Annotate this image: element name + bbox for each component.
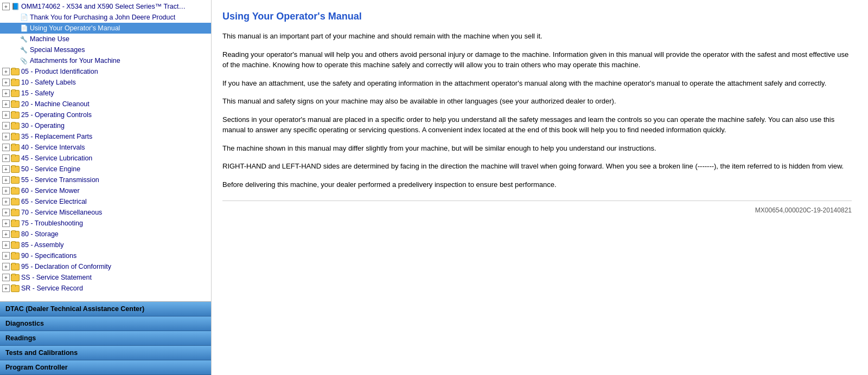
content-para-3: This manual and safety signs on your mac… xyxy=(222,96,852,107)
tree-label-50: 50 - Service Engine xyxy=(21,165,80,173)
bottom-btn-dtac[interactable]: DTAC (Dealer Technical Assistance Center… xyxy=(0,302,211,316)
bottom-btn-tests[interactable]: Tests and Calibrations xyxy=(0,346,211,360)
tree-toggle-40[interactable]: + xyxy=(2,144,10,151)
tree-item-35[interactable]: +35 - Replacement Parts xyxy=(0,131,211,142)
folder-icon xyxy=(11,284,20,293)
tree-toggle-65[interactable]: + xyxy=(2,198,10,205)
tree-item-using-manual[interactable]: Using Your Operator's Manual xyxy=(0,23,211,34)
tree-toggle-25[interactable]: + xyxy=(2,111,10,119)
tree-item-root[interactable]: +OMM174062 - X534 and X590 Select Series… xyxy=(0,1,211,12)
tree-toggle-SS[interactable]: + xyxy=(2,274,10,281)
tree-label-95: 95 - Declaration of Conformity xyxy=(21,263,111,270)
content-area: Using Your Operator's Manual This manual… xyxy=(212,0,868,375)
tree-item-70[interactable]: +70 - Service Miscellaneous xyxy=(0,207,211,218)
tree-area[interactable]: +OMM174062 - X534 and X590 Select Series… xyxy=(0,0,211,301)
tree-item-60[interactable]: +60 - Service Mower xyxy=(0,185,211,196)
tree-toggle-SR[interactable]: + xyxy=(2,285,10,292)
tree-label-using-manual: Using Your Operator's Manual xyxy=(30,24,120,32)
bottom-nav: DTAC (Dealer Technical Assistance Center… xyxy=(0,301,211,375)
folder-icon xyxy=(11,230,20,238)
tree-toggle-70[interactable]: + xyxy=(2,209,10,216)
content-para-6: RIGHT-HAND and LEFT-HAND sides are deter… xyxy=(222,161,852,172)
tree-label-55: 55 - Service Transmission xyxy=(21,176,99,184)
tree-label-05: 05 - Product Identification xyxy=(21,68,98,75)
tree-item-75[interactable]: +75 - Troubleshooting xyxy=(0,218,211,229)
tree-item-85[interactable]: +85 - Assembly xyxy=(0,240,211,250)
tree-item-15[interactable]: +15 - Safety xyxy=(0,88,211,99)
content-para-0: This manual is an important part of your… xyxy=(222,31,852,42)
folder-icon xyxy=(11,219,20,228)
tree-item-95[interactable]: +95 - Declaration of Conformity xyxy=(0,261,211,272)
tree-toggle-30[interactable]: + xyxy=(2,122,10,130)
wrench-icon xyxy=(20,46,28,54)
content-para-7: Before delivering this machine, your dea… xyxy=(222,179,852,190)
sidebar: +OMM174062 - X534 and X590 Select Series… xyxy=(0,0,212,375)
tree-toggle-15[interactable]: + xyxy=(2,89,10,97)
tree-item-30[interactable]: +30 - Operating xyxy=(0,120,211,131)
tree-label-90: 90 - Specifications xyxy=(21,252,76,260)
tree-item-05[interactable]: +05 - Product Identification xyxy=(0,66,211,77)
content-para-2: If you have an attachment, use the safet… xyxy=(222,78,852,89)
tree-label-80: 80 - Storage xyxy=(21,230,59,238)
folder-icon xyxy=(11,67,20,76)
tree-toggle-60[interactable]: + xyxy=(2,187,10,195)
tree-toggle-05[interactable]: + xyxy=(2,68,10,75)
clip-icon xyxy=(20,56,28,65)
page-title: Using Your Operator's Manual xyxy=(222,11,852,22)
tree-label-60: 60 - Service Mower xyxy=(21,187,80,195)
tree-toggle-95[interactable]: + xyxy=(2,263,10,270)
folder-icon xyxy=(11,251,20,260)
tree-label-85: 85 - Assembly xyxy=(21,241,64,249)
bottom-btn-readings[interactable]: Readings xyxy=(0,331,211,346)
tree-toggle-35[interactable]: + xyxy=(2,133,10,140)
tree-item-special-messages[interactable]: Special Messages xyxy=(0,44,211,55)
folder-icon xyxy=(11,89,20,98)
tree-item-25[interactable]: +25 - Operating Controls xyxy=(0,109,211,120)
tree-item-50[interactable]: +50 - Service Engine xyxy=(0,164,211,174)
content-para-5: The machine shown in this manual may dif… xyxy=(222,143,852,154)
tree-toggle-80[interactable]: + xyxy=(2,230,10,238)
folder-icon xyxy=(11,262,20,271)
tree-toggle-root[interactable]: + xyxy=(2,3,10,10)
tree-item-SR[interactable]: +SR - Service Record xyxy=(0,283,211,294)
tree-label-40: 40 - Service Intervals xyxy=(21,144,85,151)
folder-icon xyxy=(11,273,20,282)
folder-icon xyxy=(11,176,20,184)
tree-item-80[interactable]: +80 - Storage xyxy=(0,229,211,240)
tree-label-15: 15 - Safety xyxy=(21,89,54,97)
tree-toggle-45[interactable]: + xyxy=(2,154,10,162)
folder-icon xyxy=(11,241,20,249)
footer-ref: MX00654,000020C-19-20140821 xyxy=(222,206,852,214)
tree-label-attachments: Attachments for Your Machine xyxy=(30,57,120,64)
tree-label-root: OMM174062 - X534 and X590 Select Series™… xyxy=(21,3,186,10)
doc-icon xyxy=(20,13,28,22)
tree-toggle-20[interactable]: + xyxy=(2,100,10,108)
bottom-btn-program[interactable]: Program Controller xyxy=(0,360,211,375)
tree-item-10[interactable]: +10 - Safety Labels xyxy=(0,77,211,88)
tree-toggle-75[interactable]: + xyxy=(2,219,10,227)
tree-toggle-85[interactable]: + xyxy=(2,241,10,249)
tree-item-attachments[interactable]: Attachments for Your Machine xyxy=(0,55,211,66)
content-para-4: Sections in your operator's manual are p… xyxy=(222,114,852,135)
folder-icon xyxy=(11,208,20,217)
tree-item-90[interactable]: +90 - Specifications xyxy=(0,250,211,261)
tree-item-65[interactable]: +65 - Service Electrical xyxy=(0,196,211,207)
folder-icon xyxy=(11,78,20,87)
tree-item-machine-use[interactable]: Machine Use xyxy=(0,34,211,44)
bottom-btn-diagnostics[interactable]: Diagnostics xyxy=(0,316,211,331)
tree-item-20[interactable]: +20 - Machine Cleanout xyxy=(0,99,211,109)
paragraphs-container: This manual is an important part of your… xyxy=(222,31,852,190)
tree-toggle-10[interactable]: + xyxy=(2,79,10,86)
tree-toggle-50[interactable]: + xyxy=(2,165,10,173)
tree-item-55[interactable]: +55 - Service Transmission xyxy=(0,174,211,185)
tree-item-45[interactable]: +45 - Service Lubrication xyxy=(0,153,211,164)
folder-icon xyxy=(11,154,20,163)
tree-label-30: 30 - Operating xyxy=(21,122,65,130)
tree-item-SS[interactable]: +SS - Service Statement xyxy=(0,272,211,283)
tree-toggle-90[interactable]: + xyxy=(2,252,10,260)
tree-label-special-messages: Special Messages xyxy=(30,46,85,54)
tree-toggle-55[interactable]: + xyxy=(2,176,10,184)
tree-label-35: 35 - Replacement Parts xyxy=(21,133,92,140)
tree-item-40[interactable]: +40 - Service Intervals xyxy=(0,142,211,153)
tree-item-thank-you[interactable]: Thank You for Purchasing a John Deere Pr… xyxy=(0,12,211,23)
